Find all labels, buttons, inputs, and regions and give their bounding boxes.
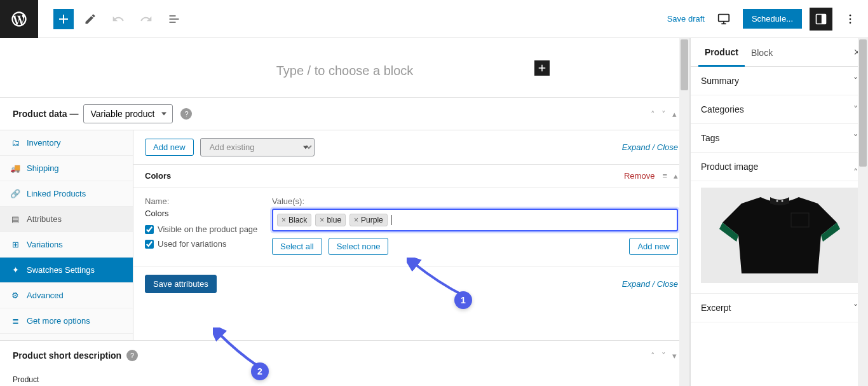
inline-add-block-button[interactable]: [534, 60, 550, 76]
tab-label: Shipping: [27, 163, 59, 173]
collapse-attribute-icon[interactable]: ▴: [674, 171, 678, 181]
attributes-icon: ▤: [10, 214, 20, 224]
sidebar-tab-product[interactable]: Product: [698, 38, 745, 67]
used-variations-row: Used for variations: [145, 239, 259, 249]
name-label: Name:: [145, 196, 259, 206]
svg-point-5: [850, 22, 851, 24]
select-all-button[interactable]: Select all: [272, 238, 322, 255]
attribute-title: Colors: [145, 171, 171, 181]
wordpress-logo[interactable]: [0, 0, 38, 38]
short-description-header: Product short description ? ˄ ˅ ▾: [0, 340, 689, 370]
list-view-icon[interactable]: [163, 8, 186, 31]
attribute-edit-row: Name: Colors Visible on the product page…: [133, 187, 689, 266]
tab-advanced[interactable]: ⚙Advanced: [0, 283, 133, 308]
panel-label: Categories: [701, 104, 744, 114]
attribute-value-input[interactable]: [391, 215, 673, 225]
chip-label: blue: [327, 216, 341, 224]
annotation-badge-2: 2: [251, 362, 269, 380]
chevron-down-icon: ˅: [853, 104, 858, 114]
more-options-icon[interactable]: [840, 8, 860, 31]
drag-handle-icon[interactable]: ≡: [662, 171, 667, 181]
settings-panel-toggle[interactable]: [810, 8, 832, 31]
tab-label: Swatches Settings: [27, 265, 95, 275]
tab-swatches-settings[interactable]: ✦Swatches Settings: [0, 258, 133, 283]
panel-summary[interactable]: Summary˅: [691, 67, 868, 95]
panel-categories[interactable]: Categories˅: [691, 95, 868, 124]
add-existing-select[interactable]: Add existing: [200, 138, 315, 156]
tab-shipping[interactable]: 🚚Shipping: [0, 156, 133, 181]
attributes-footer: Save attributes Expand / Close: [133, 266, 689, 306]
variations-icon: ⊞: [10, 240, 20, 249]
undo-icon[interactable]: [107, 8, 130, 31]
redo-icon[interactable]: [135, 8, 158, 31]
svg-rect-0: [719, 14, 729, 21]
save-attributes-button[interactable]: Save attributes: [145, 275, 217, 293]
attribute-right: Value(s): ×Black ×blue ×Purple Select al…: [272, 196, 678, 255]
gear-icon: ⚙: [10, 291, 20, 300]
tab-label: Inventory: [27, 138, 60, 148]
editor-scrollbar[interactable]: [679, 38, 689, 386]
product-type-select[interactable]: Variable product: [83, 104, 173, 123]
chip-label: Black: [288, 216, 307, 224]
used-variations-checkbox[interactable]: [145, 240, 154, 249]
short-description-title: Product short description: [13, 350, 121, 361]
svg-point-6: [776, 200, 778, 202]
expand-close-link-bottom[interactable]: Expand / Close: [622, 279, 678, 289]
tab-label: Advanced: [27, 291, 64, 300]
chevron-up-icon: ˅: [853, 162, 858, 172]
editor-tools: [79, 8, 186, 31]
main-area: Type / to choose a block Product data — …: [0, 38, 868, 386]
add-block-button[interactable]: [53, 9, 74, 29]
chevron-up-icon[interactable]: ˄: [651, 351, 655, 361]
tab-attributes[interactable]: ▤Attributes: [0, 207, 133, 232]
schedule-button[interactable]: Schedule...: [743, 9, 802, 29]
svg-rect-2: [822, 14, 826, 24]
panel-product-image[interactable]: Product image˅: [691, 153, 868, 181]
value-chip: ×Black: [277, 214, 311, 226]
select-none-button[interactable]: Select none: [329, 238, 389, 255]
product-data-label: Product data —: [13, 109, 78, 119]
svg-point-3: [850, 14, 851, 16]
annotation-badge-1: 1: [454, 291, 472, 309]
remove-attribute-link[interactable]: Remove: [624, 171, 654, 181]
tab-variations[interactable]: ⊞Variations: [0, 232, 133, 258]
attribute-values-box[interactable]: ×Black ×blue ×Purple: [272, 209, 678, 231]
chip-remove-icon[interactable]: ×: [320, 216, 324, 224]
panel-excerpt[interactable]: Excerpt˅: [691, 294, 868, 322]
chip-remove-icon[interactable]: ×: [281, 216, 286, 224]
panel-tags[interactable]: Tags˅: [691, 124, 868, 153]
chevron-down-icon[interactable]: ˅: [661, 109, 666, 119]
product-image-preview[interactable]: [691, 181, 868, 294]
add-new-attribute-button[interactable]: Add new: [145, 139, 194, 156]
chevron-down-icon[interactable]: ˅: [661, 351, 666, 361]
save-draft-link[interactable]: Save draft: [667, 14, 705, 24]
add-new-value-button[interactable]: Add new: [629, 238, 678, 255]
visible-checkbox[interactable]: [145, 225, 154, 234]
block-placeholder[interactable]: Type / to choose a block: [0, 38, 689, 97]
values-actions: Select all Select none Add new: [272, 238, 678, 255]
swatches-icon: ✦: [10, 265, 20, 275]
help-icon[interactable]: ?: [180, 108, 192, 120]
collapse-triangle-icon[interactable]: ▴: [672, 109, 677, 119]
editor-canvas: Type / to choose a block Product data — …: [0, 38, 690, 386]
sidebar-tab-block[interactable]: Block: [745, 39, 779, 65]
help-icon[interactable]: ?: [126, 350, 138, 361]
section-collapse-controls: ˄ ˅ ▴: [651, 109, 677, 119]
product-data-section: Product data — Variable product ? ˄ ˅ ▴ …: [0, 97, 689, 340]
chip-remove-icon[interactable]: ×: [354, 216, 358, 224]
sidebar-scrollbar[interactable]: [858, 38, 868, 386]
collapse-triangle-icon[interactable]: ▾: [672, 351, 677, 361]
tab-get-more-options[interactable]: ≣Get more options: [0, 308, 133, 334]
chevron-up-icon[interactable]: ˄: [651, 109, 655, 119]
top-bar-right: Save draft Schedule...: [667, 8, 868, 31]
top-bar: Save draft Schedule...: [0, 0, 868, 38]
tab-label: Linked Products: [27, 189, 86, 198]
visible-checkbox-row: Visible on the product page: [145, 224, 259, 234]
device-preview-icon[interactable]: [712, 8, 735, 31]
edit-icon[interactable]: [79, 8, 102, 31]
panel-label: Tags: [701, 133, 720, 143]
tab-linked-products[interactable]: 🔗Linked Products: [0, 181, 133, 207]
tab-inventory[interactable]: 🗂Inventory: [0, 130, 133, 156]
panel-label: Summary: [701, 76, 739, 86]
expand-close-link[interactable]: Expand / Close: [622, 142, 678, 152]
